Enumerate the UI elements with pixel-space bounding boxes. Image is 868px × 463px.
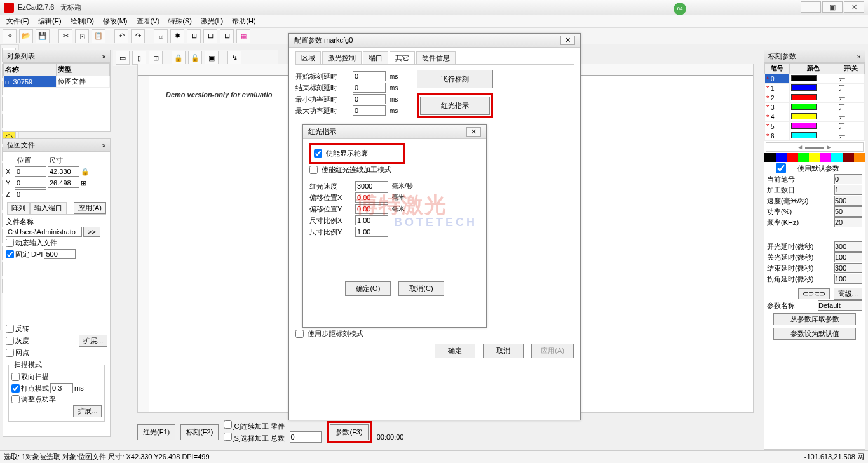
tab-other[interactable]: 其它	[390, 51, 415, 64]
y-size-input[interactable]	[48, 178, 79, 188]
dlg1-cancel-button[interactable]: 取消	[483, 344, 524, 358]
close-button[interactable]: ✕	[844, 1, 864, 13]
menu-item[interactable]: 文件(F)	[3, 15, 33, 27]
new-icon[interactable]: ✧	[3, 29, 17, 43]
redlight-button[interactable]: 红光指示	[420, 97, 490, 115]
open-icon[interactable]: 📂	[19, 29, 33, 43]
cccc-button[interactable]: ⊂⊃⊂⊃	[798, 288, 830, 299]
scale-y-input[interactable]	[355, 227, 388, 237]
cont-process-checkbox[interactable]	[224, 420, 232, 429]
minpower-delay-input[interactable]	[353, 94, 386, 104]
pen-row[interactable]: * 4开	[765, 112, 865, 122]
browse-button[interactable]: >>	[83, 227, 100, 237]
close-icon[interactable]: ✕	[560, 36, 575, 45]
x-size-input[interactable]	[48, 166, 79, 177]
stepmark-checkbox[interactable]	[295, 330, 304, 338]
close-icon[interactable]: ✕	[466, 127, 481, 137]
screen-checkbox[interactable]	[6, 349, 14, 357]
x-pos-input[interactable]	[15, 166, 46, 177]
group-icon[interactable]: ▣	[205, 51, 219, 65]
use-default-checkbox[interactable]	[767, 163, 795, 173]
sel-process-checkbox[interactable]	[224, 433, 232, 441]
start-delay-input[interactable]	[353, 71, 386, 81]
freq-input[interactable]	[834, 217, 862, 227]
close-icon[interactable]: ×	[857, 53, 861, 60]
maxpower-delay-input[interactable]	[353, 105, 386, 116]
menu-item[interactable]: 特殊(S)	[165, 15, 196, 27]
unlock-icon[interactable]: 🔓	[188, 51, 202, 65]
y-pos-input[interactable]	[15, 178, 46, 188]
tool-d-icon[interactable]: ⊟	[203, 29, 217, 43]
lock-aspect-icon[interactable]: 🔒	[81, 168, 90, 176]
tool-a-icon[interactable]: ☼	[154, 29, 168, 43]
scrollbar[interactable]: ◄ ▬▬▬ ►	[766, 142, 864, 152]
pen-row[interactable]: * 1开	[765, 84, 865, 93]
reverse-checkbox[interactable]	[6, 325, 14, 333]
close-icon[interactable]: ×	[102, 53, 106, 60]
from-library-button[interactable]: 从参数库取参数	[773, 313, 856, 325]
color-bar[interactable]	[764, 153, 865, 162]
redo-icon[interactable]: ↷	[131, 29, 145, 43]
origin-icon[interactable]: ↯	[227, 51, 241, 65]
tab-area[interactable]: 区域	[295, 51, 321, 64]
offset-x-input[interactable]	[355, 192, 388, 203]
dotmode-checkbox[interactable]	[11, 384, 20, 393]
menu-item[interactable]: 绘制(D)	[67, 15, 98, 27]
menu-item[interactable]: 查看(V)	[133, 15, 164, 27]
count-input[interactable]	[834, 185, 862, 195]
dlg1-apply-button[interactable]: 应用(A)	[531, 344, 574, 358]
enable-continuous-checkbox[interactable]	[309, 166, 318, 174]
save-icon[interactable]: 💾	[36, 29, 50, 43]
file-path-input[interactable]	[6, 227, 82, 237]
set-default-button[interactable]: 参数设为默认值	[773, 328, 856, 340]
expand2-button[interactable]: 扩展...	[73, 405, 102, 417]
dlg2-cancel-button[interactable]: 取消(C)	[398, 281, 444, 296]
menu-item[interactable]: 编辑(E)	[34, 15, 65, 27]
flymark-button[interactable]: 飞行标刻	[417, 70, 493, 88]
tab-array[interactable]: 阵列	[7, 202, 30, 214]
menu-item[interactable]: 激光(L)	[197, 15, 227, 27]
tool-c-icon[interactable]: ⊞	[187, 29, 201, 43]
tab-port[interactable]: 端口	[363, 51, 388, 64]
advanced-button[interactable]: 高级...	[834, 288, 862, 300]
paste-icon[interactable]: 📋	[92, 29, 105, 43]
redlight-f1-button[interactable]: 红光(F1)	[137, 424, 175, 440]
tab-laser[interactable]: 激光控制	[322, 51, 362, 64]
align-2-icon[interactable]: ▯	[132, 51, 146, 65]
undo-icon[interactable]: ↶	[114, 29, 128, 43]
pen-row[interactable]: * 5开	[765, 122, 865, 131]
align-3-icon[interactable]: ⊞	[149, 51, 163, 65]
z-pos-input[interactable]	[15, 189, 46, 199]
align-1-icon[interactable]: ▭	[116, 51, 130, 65]
menu-item[interactable]: 帮助(H)	[228, 15, 259, 27]
enddelay-input[interactable]	[834, 263, 862, 273]
mark-f2-button[interactable]: 标刻(F2)	[180, 424, 219, 440]
power-input[interactable]	[834, 206, 862, 217]
bidir-checkbox[interactable]	[11, 373, 20, 381]
cut-icon[interactable]: ✂	[58, 29, 72, 43]
fixed-dpi-checkbox[interactable]	[6, 250, 14, 258]
dlg1-ok-button[interactable]: 确定	[435, 344, 475, 358]
pen-row[interactable]: * 6开	[765, 131, 865, 141]
tab-hardware[interactable]: 硬件信息	[416, 51, 456, 64]
enable-outline-checkbox[interactable]	[314, 149, 322, 158]
maximize-button[interactable]: ▣	[822, 1, 843, 13]
expand1-button[interactable]: 扩展...	[79, 335, 107, 347]
total-count-input[interactable]	[290, 431, 322, 443]
cornerdelay-input[interactable]	[834, 274, 862, 284]
curpen-input[interactable]	[834, 174, 862, 184]
red-speed-input[interactable]	[355, 181, 388, 191]
dlg2-ok-button[interactable]: 确定(O)	[345, 281, 391, 296]
paramname-input[interactable]	[818, 300, 862, 311]
lock-icon[interactable]: 🔒	[172, 51, 186, 65]
object-row[interactable]: u=30759位图文件	[4, 76, 110, 88]
tool-b-icon[interactable]: ✹	[170, 29, 184, 43]
dpi-input[interactable]	[44, 249, 76, 259]
copy-icon[interactable]: ⎘	[75, 29, 89, 43]
pen-row[interactable]: * 2开	[765, 93, 865, 103]
minimize-button[interactable]: —	[801, 1, 821, 13]
hatch-icon[interactable]: ▦	[236, 29, 250, 43]
grid-icon[interactable]: ⊞	[81, 179, 86, 187]
adjpower-checkbox[interactable]	[11, 395, 20, 403]
pen-row[interactable]: * 3开	[765, 103, 865, 112]
